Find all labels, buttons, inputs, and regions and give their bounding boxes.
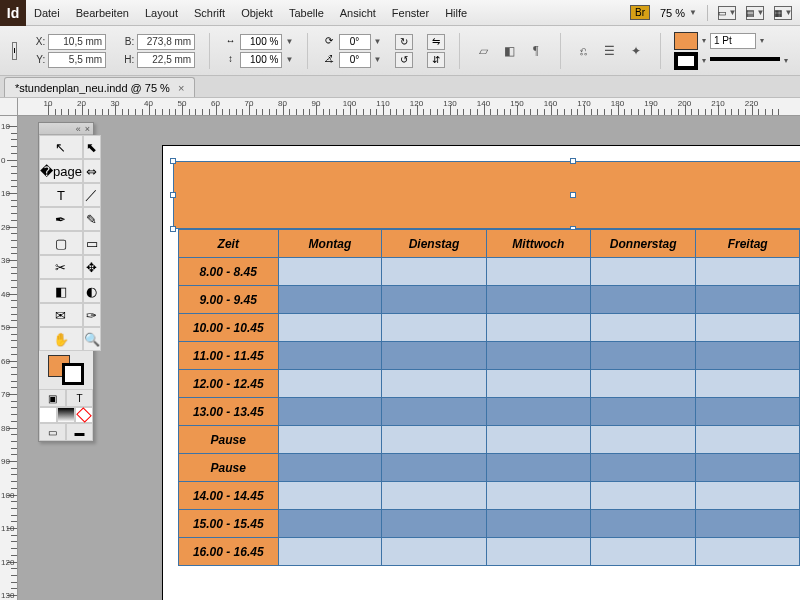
time-cell[interactable]: 14.00 - 14.45 [179, 482, 279, 510]
fill-stroke-swatch[interactable] [39, 351, 93, 389]
arrange-docs-icon[interactable]: ▦▼ [774, 6, 792, 20]
select-container-button[interactable]: ▱ [474, 42, 494, 60]
time-cell[interactable]: 9.00 - 9.45 [179, 286, 279, 314]
day-cell[interactable] [591, 286, 696, 314]
day-cell[interactable] [591, 398, 696, 426]
day-cell[interactable] [486, 510, 590, 538]
selection-handle[interactable] [570, 192, 576, 198]
day-cell[interactable] [591, 538, 696, 566]
stroke-weight-input[interactable]: 1 Pt [710, 33, 756, 49]
day-cell[interactable] [382, 538, 486, 566]
timetable-header[interactable]: Dienstag [382, 230, 486, 258]
table-row[interactable]: 12.00 - 12.45 [179, 370, 800, 398]
time-cell[interactable]: Pause [179, 454, 279, 482]
rectangle-tool[interactable]: ▭ [83, 231, 101, 255]
table-row[interactable]: 16.00 - 16.45 [179, 538, 800, 566]
day-cell[interactable] [486, 370, 590, 398]
flip-vertical-button[interactable]: ⇵ [427, 52, 445, 68]
day-cell[interactable] [382, 454, 486, 482]
selection-handle[interactable] [170, 192, 176, 198]
rotate-ccw-button[interactable]: ↺ [395, 52, 413, 68]
menu-objekt[interactable]: Objekt [233, 7, 281, 19]
day-cell[interactable] [278, 370, 382, 398]
time-cell[interactable]: 15.00 - 15.45 [179, 510, 279, 538]
day-cell[interactable] [591, 314, 696, 342]
day-cell[interactable] [382, 482, 486, 510]
flip-horizontal-button[interactable]: ⇋ [427, 34, 445, 50]
zoom-tool[interactable]: 🔍 [83, 327, 101, 351]
day-cell[interactable] [278, 398, 382, 426]
view-mode-normal[interactable]: ▭ [39, 423, 66, 441]
collapse-icon[interactable]: « [76, 124, 81, 134]
x-input[interactable]: 10,5 mm [48, 34, 106, 50]
chevron-down-icon[interactable]: ▾ [702, 36, 706, 45]
menu-datei[interactable]: Datei [26, 7, 68, 19]
menu-ansicht[interactable]: Ansicht [332, 7, 384, 19]
table-row[interactable]: 15.00 - 15.45 [179, 510, 800, 538]
bridge-icon[interactable]: Br [630, 5, 650, 20]
direct-selection-tool[interactable]: ⬉ [83, 135, 101, 159]
table-row[interactable]: 13.00 - 13.45 [179, 398, 800, 426]
day-cell[interactable] [696, 370, 800, 398]
height-input[interactable]: 22,5 mm [137, 52, 195, 68]
chevron-down-icon[interactable]: ▼ [374, 55, 382, 64]
title-frame[interactable] [173, 161, 800, 229]
day-cell[interactable] [696, 342, 800, 370]
width-input[interactable]: 273,8 mm [137, 34, 195, 50]
day-cell[interactable] [278, 454, 382, 482]
timetable-frame[interactable]: ZeitMontagDienstagMittwochDonnerstagFrei… [178, 229, 800, 566]
day-cell[interactable] [696, 258, 800, 286]
fill-swatch[interactable] [674, 32, 698, 50]
formatting-container-button[interactable]: ▣ [39, 389, 66, 407]
document-tab[interactable]: *stundenplan_neu.indd @ 75 % × [4, 77, 195, 97]
table-row[interactable]: 9.00 - 9.45 [179, 286, 800, 314]
day-cell[interactable] [382, 286, 486, 314]
paragraph-mode-icon[interactable]: ¶ [526, 42, 546, 60]
day-cell[interactable] [278, 286, 382, 314]
gradient-feather-tool[interactable]: ◐ [83, 279, 101, 303]
day-cell[interactable] [382, 426, 486, 454]
table-row[interactable]: 10.00 - 10.45 [179, 314, 800, 342]
apply-none-button[interactable] [75, 407, 93, 423]
view-mode-preview[interactable]: ▬ [66, 423, 93, 441]
day-cell[interactable] [696, 482, 800, 510]
stroke-color-icon[interactable] [62, 363, 84, 385]
day-cell[interactable] [591, 370, 696, 398]
pencil-tool[interactable]: ✎ [83, 207, 101, 231]
stroke-style-preview[interactable] [710, 57, 780, 67]
menu-schrift[interactable]: Schrift [186, 7, 233, 19]
time-cell[interactable]: Pause [179, 426, 279, 454]
day-cell[interactable] [382, 398, 486, 426]
day-cell[interactable] [486, 426, 590, 454]
chevron-down-icon[interactable]: ▾ [702, 56, 706, 65]
select-content-button[interactable]: ◧ [500, 42, 520, 60]
selection-tool[interactable]: ↖ [39, 135, 83, 159]
scale-x-input[interactable]: 100 % [240, 34, 282, 50]
selection-handle[interactable] [170, 158, 176, 164]
shear-input[interactable]: 0° [339, 52, 371, 68]
day-cell[interactable] [696, 538, 800, 566]
page-tool[interactable]: �page [39, 159, 83, 183]
note-tool[interactable]: ✉ [39, 303, 83, 327]
table-row[interactable]: Pause [179, 454, 800, 482]
timetable-header[interactable]: Zeit [179, 230, 279, 258]
day-cell[interactable] [278, 314, 382, 342]
day-cell[interactable] [382, 314, 486, 342]
chevron-down-icon[interactable]: ▾ [760, 36, 764, 45]
day-cell[interactable] [382, 258, 486, 286]
day-cell[interactable] [486, 398, 590, 426]
gradient-swatch-tool[interactable]: ◧ [39, 279, 83, 303]
close-icon[interactable]: × [178, 82, 184, 94]
day-cell[interactable] [696, 398, 800, 426]
stroke-swatch[interactable] [674, 52, 698, 70]
day-cell[interactable] [696, 454, 800, 482]
timetable-header[interactable]: Freitag [696, 230, 800, 258]
type-tool[interactable]: T [39, 183, 83, 207]
chevron-down-icon[interactable]: ▼ [285, 37, 293, 46]
timetable-header[interactable]: Montag [278, 230, 382, 258]
chevron-down-icon[interactable]: ▼ [285, 55, 293, 64]
day-cell[interactable] [278, 538, 382, 566]
hand-tool[interactable]: ✋ [39, 327, 83, 351]
day-cell[interactable] [486, 454, 590, 482]
day-cell[interactable] [382, 342, 486, 370]
